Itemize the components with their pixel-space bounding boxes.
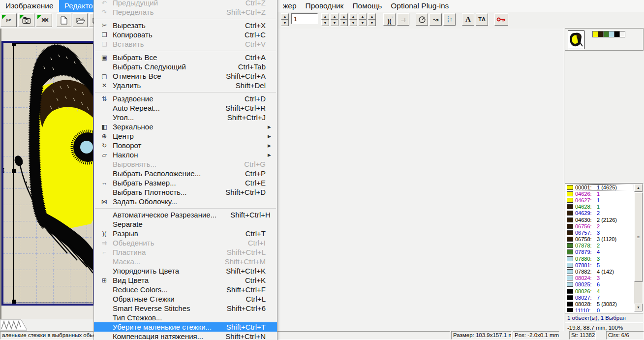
- menubar-item[interactable]: жер: [278, 0, 301, 12]
- design-thumbnail[interactable]: [568, 31, 584, 49]
- spinner-up-button[interactable]: ▲: [331, 13, 338, 20]
- menu-item[interactable]: ⇅ Раздвоение Ctrl+D: [94, 94, 277, 103]
- menu-item[interactable]: ✕ Удалить Shift+Del: [94, 81, 277, 90]
- spinner-down-button[interactable]: ▼: [349, 20, 357, 26]
- thread-color-row[interactable]: 07879: 4: [566, 249, 634, 255]
- spinner-down-button[interactable]: ▼: [359, 20, 367, 26]
- menu-item[interactable]: ↻ Поворот ▶: [94, 141, 277, 150]
- stitch-direction-button[interactable]: ↝: [429, 13, 442, 26]
- thread-color-row[interactable]: 08025: 6: [566, 281, 634, 288]
- thread-color-row[interactable]: 04629: 2: [566, 210, 634, 216]
- merge-stitches-button[interactable]: ⇉: [397, 13, 409, 26]
- thread-color-row[interactable]: 07882: 4 (142): [566, 268, 634, 275]
- spinner-up-button[interactable]: ▲: [349, 13, 357, 20]
- spinner-up-button[interactable]: ▲: [340, 13, 348, 20]
- palette-swatch[interactable]: [598, 31, 604, 37]
- menu-item[interactable]: Выровнять... Ctrl+G: [94, 159, 277, 169]
- menu-item[interactable]: Выбрать Расположение... Ctrl+P: [94, 169, 277, 178]
- menu-item[interactable]: ⌐ Пластина Shift+Ctrl+L: [94, 247, 277, 257]
- order-up-button[interactable]: ▲: [281, 13, 289, 20]
- menu-item[interactable]: ↔ Выбрать Размер... Ctrl+E: [94, 178, 277, 187]
- menu-item[interactable]: ⊞ Вид Цвета Ctrl+K: [94, 276, 277, 285]
- stitch-gauge-button[interactable]: [416, 13, 428, 26]
- menu-item[interactable]: Маска... Shift+Ctrl+M: [94, 257, 277, 266]
- spinner-up-button[interactable]: ▲: [368, 13, 376, 20]
- menu-item[interactable]: ❐ Копировать Ctrl+C: [94, 30, 277, 39]
- menubar-item[interactable]: Проводник: [301, 0, 348, 12]
- thread-color-row[interactable]: 08024: 3: [566, 275, 634, 281]
- menu-item[interactable]: Выбрать Следующий Ctrl+Tab: [94, 62, 277, 71]
- spinner-down-button[interactable]: ▼: [340, 20, 348, 26]
- run-stitch-scissors-button[interactable]: ✂: [0, 13, 17, 27]
- menu-item[interactable]: )( Разрыв Ctrl+T: [94, 229, 277, 238]
- password-lock-button[interactable]: [494, 13, 508, 26]
- selection-handle-mid-left[interactable]: [12, 169, 16, 173]
- menu-item[interactable]: ▱ Наклон ▶: [94, 150, 277, 159]
- thread-color-row[interactable]: 04630: 2 (2126): [566, 216, 634, 223]
- menu-item[interactable]: Auto Repeat... Shift+Ctrl+R: [94, 103, 277, 113]
- menu-item[interactable]: Separate: [94, 219, 277, 229]
- menu-item[interactable]: ◧ Зеркальное ▶: [94, 122, 277, 131]
- menu-item[interactable]: Тип Стежков...: [94, 313, 277, 322]
- menu-item[interactable]: ⋈ Задать Оболочку...: [94, 197, 277, 206]
- stitch-preview-tab[interactable]: [0, 319, 31, 331]
- menu-item[interactable]: Автоматическое Разрезание... Shift+Ctrl+…: [94, 210, 277, 219]
- order-input[interactable]: [291, 13, 318, 24]
- menu-item[interactable]: Выбрать Плотность... Shift+Ctrl+D: [94, 187, 277, 197]
- font-button[interactable]: A: [462, 13, 474, 26]
- new-file-button[interactable]: [57, 13, 71, 27]
- menubar-item[interactable]: Optional Plug-ins: [386, 0, 453, 12]
- spinner-down-button[interactable]: ▼: [331, 20, 338, 26]
- scroll-up-button[interactable]: ▲: [634, 184, 643, 192]
- scroll-down-button[interactable]: ▼: [634, 304, 643, 311]
- workspace[interactable]: [277, 29, 564, 340]
- color-list-scrollbar[interactable]: ▲ ≡ ▼: [634, 184, 643, 311]
- menu-item[interactable]: Упорядочить Цвета Shift+Ctrl+K: [94, 266, 277, 276]
- design-canvas[interactable]: [1, 41, 95, 306]
- spinner-up-button[interactable]: ▲: [359, 13, 367, 20]
- selection-handle-top-left[interactable]: [12, 43, 16, 46]
- palette-swatch[interactable]: [604, 31, 609, 37]
- camera-snapshot-button[interactable]: [18, 13, 34, 27]
- palette-swatch[interactable]: [620, 31, 625, 37]
- stitch-density-button[interactable]: ┊↑: [443, 13, 456, 26]
- menu-item[interactable]: ⊕ Центр ▶: [94, 131, 277, 141]
- thread-color-row[interactable]: 04628: 1: [566, 204, 634, 210]
- palette-swatch[interactable]: [614, 31, 620, 37]
- menu-item[interactable]: ▢ Отменить Все Shift+Ctrl+A: [94, 71, 277, 81]
- menubar-item[interactable]: Изображение: [0, 0, 59, 12]
- thread-color-row[interactable]: 07878: 2: [566, 243, 634, 249]
- thread-color-row[interactable]: 07880: 3: [566, 255, 634, 262]
- open-file-button[interactable]: [73, 13, 88, 27]
- thread-color-row[interactable]: 04627: 1: [566, 197, 634, 203]
- menu-item[interactable]: ↷ Переделать Shift+Ctrl+Z: [94, 7, 277, 17]
- spinner-down-button[interactable]: ▼: [368, 20, 376, 26]
- menu-item[interactable]: ✂ Вырезать Ctrl+X: [94, 21, 277, 30]
- thread-color-row[interactable]: 11110: 0: [566, 308, 634, 312]
- thread-color-row[interactable]: 08027: 7: [566, 294, 634, 301]
- menu-item[interactable]: ↶ Предыдущий Ctrl+Z: [94, 0, 277, 7]
- order-down-button[interactable]: ▼: [281, 20, 289, 26]
- spinner-up-button[interactable]: ▲: [321, 13, 329, 20]
- thread-color-row[interactable]: 07881: 5: [566, 262, 634, 268]
- thread-color-row[interactable]: 06756: 2: [566, 223, 634, 229]
- menu-item[interactable]: ▣ Выбрать Все Ctrl+A: [94, 53, 277, 62]
- menu-item[interactable]: ❏ Вставить Ctrl+V: [94, 39, 277, 49]
- text-edit-button[interactable]: ŦA: [476, 13, 488, 26]
- thread-color-row[interactable]: 04626: 1: [566, 190, 634, 197]
- palette-swatch[interactable]: [609, 31, 614, 37]
- scrollbar-thumb[interactable]: ≡: [634, 192, 643, 282]
- remove-stitches-button[interactable]: ✕✕: [36, 13, 52, 27]
- menubar-item[interactable]: Помощь: [348, 0, 386, 12]
- menu-item[interactable]: Компенсация натяжения... Shift+Ctrl+N: [94, 332, 277, 340]
- selection-handle-bottom-left[interactable]: [12, 300, 16, 304]
- menu-item[interactable]: Обратные Стежки Ctrl+L: [94, 294, 277, 304]
- thread-color-row[interactable]: 00001: 1 (4625): [566, 184, 634, 190]
- thread-color-row[interactable]: 08026: 4: [566, 288, 634, 294]
- thread-color-row[interactable]: 08028: 5 (3082): [566, 301, 634, 307]
- palette-swatch[interactable]: [592, 31, 598, 37]
- menu-item[interactable]: ⇉ Обьеденить Ctrl+I: [94, 238, 277, 247]
- menu-item[interactable]: Reduce Colors... Shift+Ctrl+F: [94, 285, 277, 294]
- thread-color-row[interactable]: 06757: 3: [566, 229, 634, 236]
- spinner-down-button[interactable]: ▼: [321, 20, 329, 26]
